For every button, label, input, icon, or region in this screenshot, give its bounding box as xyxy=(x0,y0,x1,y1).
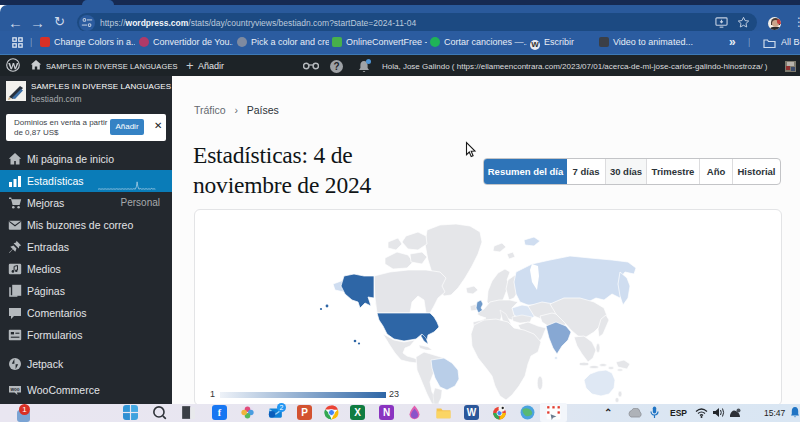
svg-text:woo: woo xyxy=(10,387,20,392)
